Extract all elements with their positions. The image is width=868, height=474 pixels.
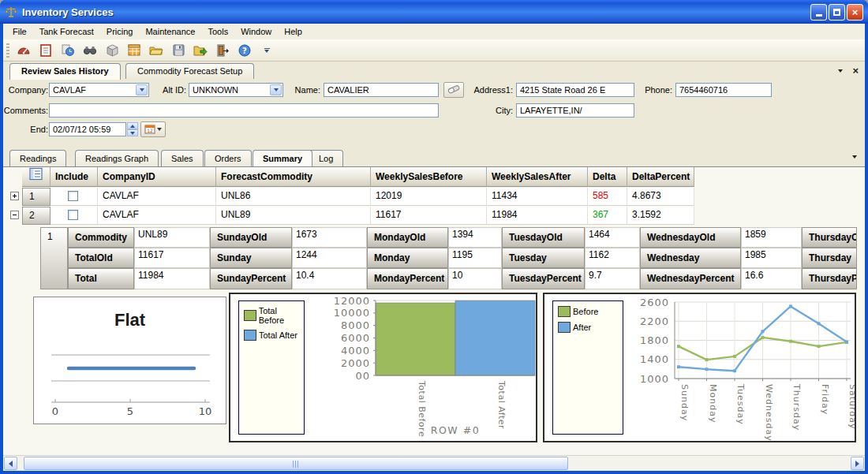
minimize-button[interactable] [810,4,827,21]
col-header-forecastcommodity[interactable]: ForecastCommodity [216,167,371,187]
col-header-companyid[interactable]: CompanyID [98,167,216,187]
row-2-delta[interactable]: 367 [588,207,627,225]
report-button[interactable] [36,42,55,59]
altid-combo[interactable]: UNKNOWN [189,83,283,97]
end-date-spinner[interactable] [127,122,138,136]
tab-overflow-icon[interactable] [852,155,857,159]
detail-value[interactable]: 9.7 [585,268,640,289]
open-folder-button[interactable] [147,42,166,59]
city-field[interactable]: LAFAYETTE,IN/ [516,103,634,118]
toolbar-overflow-button[interactable] [262,48,271,53]
horizontal-scrollbar[interactable] [3,455,865,470]
row-2-header[interactable]: 2 [22,207,51,225]
detail-value[interactable]: 1859 [741,227,802,248]
scroll-left-button[interactable] [4,457,17,470]
altid-dropdown-arrow[interactable] [270,84,282,95]
detail-row-header[interactable]: 1 [40,227,68,289]
detail-value[interactable]: 1195 [448,248,502,268]
close-button[interactable]: × [847,4,863,21]
tab-orders[interactable]: Orders [204,150,252,166]
grid-selector-header[interactable] [22,167,51,187]
row-1-companyid[interactable]: CAVLAF [98,188,216,206]
detail-value[interactable]: 11984 [134,268,210,289]
menu-tank-forecast[interactable]: Tank Forecast [33,25,100,38]
row-2-deltapercent[interactable]: 3.1592 [627,207,694,225]
scrollbar-thumb[interactable] [24,457,568,470]
tab-log[interactable]: Log [309,150,343,166]
calendar-button[interactable]: 12 [140,121,166,137]
detail-value[interactable]: UNL89 [134,227,210,248]
scroll-right-button[interactable] [851,457,864,470]
price-grid-button[interactable] [125,42,144,59]
menu-pricing[interactable]: Pricing [100,25,140,38]
collapse-row-2-button[interactable] [10,211,19,219]
cell-value: 11984 [492,209,517,220]
menu-maintenance[interactable]: Maintenance [139,25,201,38]
address1-field[interactable]: 4215 State Road 26 E [516,83,634,97]
row-2-companyid[interactable]: CAVLAF [98,207,216,225]
detail-value[interactable]: 1985 [741,248,802,268]
svg-text:2600: 2600 [640,297,669,308]
row-2-include-checkbox[interactable] [68,210,78,220]
tab-review-sales-history[interactable]: Review Sales History [9,63,121,80]
row-2-after[interactable]: 11984 [487,207,588,225]
detail-value[interactable]: 10.4 [292,268,367,289]
pending-readings-button[interactable] [58,42,77,59]
detail-value[interactable]: 1673 [292,227,367,248]
tab-close-icon[interactable]: × [852,66,859,76]
tab-dropdown-icon[interactable] [838,69,843,73]
svg-text:00: 00 [355,370,370,382]
row-1-include-checkbox[interactable] [68,191,78,201]
tab-label: Sales [171,154,193,163]
detail-value[interactable]: 1244 [292,248,367,268]
menu-file[interactable]: File [6,25,33,38]
detail-value[interactable]: 10 [448,268,502,289]
col-header-include[interactable]: Include [51,167,98,187]
row-1-header[interactable]: 1 [22,188,51,206]
detail-value[interactable]: 16.6 [741,268,802,289]
spin-up-button[interactable] [127,122,138,129]
detail-value[interactable]: 1394 [448,227,502,248]
tab-readings-graph[interactable]: Readings Graph [75,150,159,166]
save-button[interactable] [169,42,188,59]
col-header-deltapercent[interactable]: DeltaPercent [627,167,694,187]
col-header-delta[interactable]: Delta [588,167,627,187]
tab-sales[interactable]: Sales [161,150,204,166]
tab-readings[interactable]: Readings [9,150,66,166]
company-combo[interactable]: CAVLAF [49,83,149,97]
company-dropdown-arrow[interactable] [136,84,148,95]
expand-row-1-button[interactable] [10,192,19,200]
detail-value[interactable]: 1162 [585,248,640,268]
row-2-commodity[interactable]: UNL89 [216,207,371,225]
col-header-weeklysalesbefore[interactable]: WeeklySalesBefore [371,167,487,187]
detail-value[interactable]: 11617 [134,248,210,268]
toolbar-grip[interactable] [6,43,9,58]
row-1-commodity[interactable]: UNL86 [216,188,371,206]
menu-tools[interactable]: Tools [201,25,234,38]
menu-window[interactable]: Window [234,25,278,38]
help-button[interactable]: ? [235,42,254,59]
tab-summary[interactable]: Summary [253,150,312,166]
gauge-button[interactable] [14,42,33,59]
menu-help[interactable]: Help [278,25,309,38]
erase-button[interactable] [443,82,464,98]
comments-field[interactable] [49,103,439,118]
maximize-button[interactable] [829,4,845,21]
title-bar[interactable]: Inventory Services × [0,0,868,24]
col-header-weeklysalesafter[interactable]: WeeklySalesAfter [487,167,588,187]
name-field[interactable]: CAVALIER [324,83,439,97]
row-1-delta[interactable]: 585 [588,188,627,206]
exit-button[interactable] [213,42,232,59]
tab-commodity-forecast-setup[interactable]: Commodity Forecast Setup [125,63,254,79]
end-date-field[interactable]: 02/07/12 05:59 [49,122,126,136]
row-2-before[interactable]: 11617 [371,207,487,225]
detail-value[interactable]: 1464 [585,227,640,248]
phone-field[interactable]: 7654460716 [675,83,772,97]
spin-down-button[interactable] [127,129,138,136]
search-button[interactable] [80,42,99,59]
row-1-after[interactable]: 11434 [487,188,588,206]
row-1-before[interactable]: 12019 [371,188,487,206]
export-button[interactable] [191,42,210,59]
package-button[interactable] [103,42,122,59]
row-1-deltapercent[interactable]: 4.8673 [627,188,694,206]
